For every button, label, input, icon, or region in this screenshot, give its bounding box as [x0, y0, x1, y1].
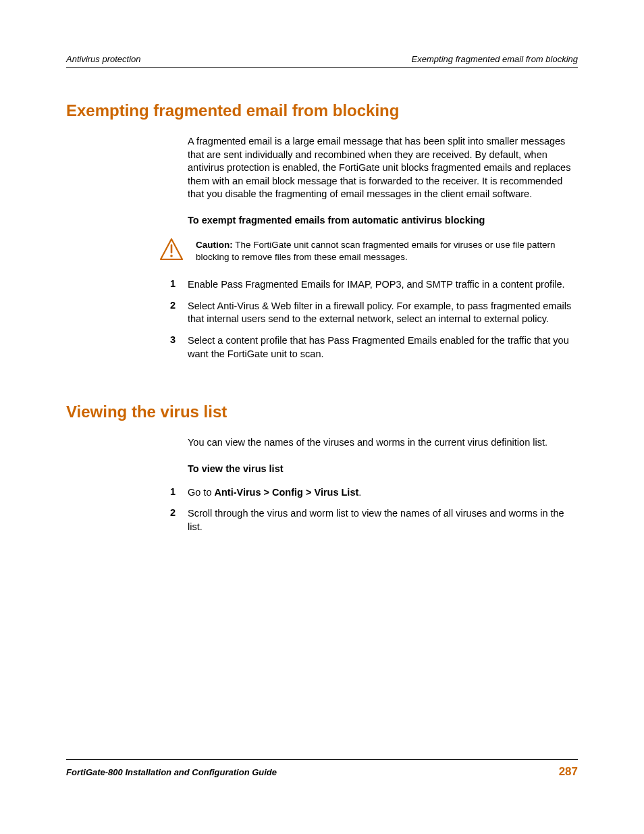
caution-block: Caution: The FortiGate unit cannot scan …: [159, 238, 578, 263]
section-gap: [66, 369, 578, 402]
caution-body: The FortiGate unit cannot scan fragmente…: [196, 240, 555, 262]
header-right: Exempting fragmented email from blocking: [412, 54, 578, 64]
content-block: A fragmented email is a large email mess…: [188, 135, 578, 226]
ordered-steps: 1 Go to Anti-Virus > Config > Virus List…: [159, 486, 578, 534]
step-text: Select Anti-Virus & Web filter in a fire…: [188, 300, 578, 326]
page-footer: FortiGate-800 Installation and Configura…: [66, 765, 578, 779]
step-number: 1: [159, 486, 176, 500]
list-item: 1 Enable Pass Fragmented Emails for IMAP…: [159, 278, 578, 292]
procedure-subhead: To exempt fragmented emails from automat…: [188, 215, 578, 226]
step-prefix: Go to: [188, 487, 215, 498]
step-text: Enable Pass Fragmented Emails for IMAP, …: [188, 278, 565, 292]
step-number: 3: [159, 334, 176, 361]
step-suffix: .: [358, 487, 361, 498]
list-item: 2 Scroll through the virus and worm list…: [159, 507, 578, 533]
procedure-subhead: To view the virus list: [188, 463, 578, 474]
step-bold-path: Anti-Virus > Config > Virus List: [215, 487, 359, 498]
footer-page-number: 287: [559, 765, 578, 779]
header-left: Antivirus protection: [66, 54, 141, 64]
footer-title: FortiGate-800 Installation and Configura…: [66, 767, 277, 777]
intro-paragraph: You can view the names of the viruses an…: [188, 436, 578, 450]
list-item: 3 Select a content profile that has Pass…: [159, 334, 578, 361]
content-block: You can view the names of the viruses an…: [188, 436, 578, 474]
step-text: Select a content profile that has Pass F…: [188, 334, 578, 361]
section-title: Exempting fragmented email from blocking: [66, 101, 578, 120]
running-header: Antivirus protection Exempting fragmente…: [66, 54, 578, 68]
page: Antivirus protection Exempting fragmente…: [0, 0, 644, 834]
caution-icon: [159, 238, 184, 263]
footer-rule: [66, 759, 578, 760]
intro-paragraph: A fragmented email is a large email mess…: [188, 135, 578, 201]
list-item: 2 Select Anti-Virus & Web filter in a fi…: [159, 300, 578, 326]
step-number: 1: [159, 278, 176, 292]
svg-point-2: [170, 255, 173, 257]
list-item: 1 Go to Anti-Virus > Config > Virus List…: [159, 486, 578, 500]
step-number: 2: [159, 300, 176, 326]
ordered-steps: 1 Enable Pass Fragmented Emails for IMAP…: [159, 278, 578, 361]
section-exempting: Exempting fragmented email from blocking…: [66, 101, 578, 361]
section-viewing: Viewing the virus list You can view the …: [66, 402, 578, 533]
section-title: Viewing the virus list: [66, 402, 578, 421]
step-text: Go to Anti-Virus > Config > Virus List.: [188, 486, 361, 500]
step-text: Scroll through the virus and worm list t…: [188, 507, 578, 533]
step-number: 2: [159, 507, 176, 533]
caution-label: Caution:: [196, 240, 233, 250]
caution-text: Caution: The FortiGate unit cannot scan …: [196, 238, 578, 263]
